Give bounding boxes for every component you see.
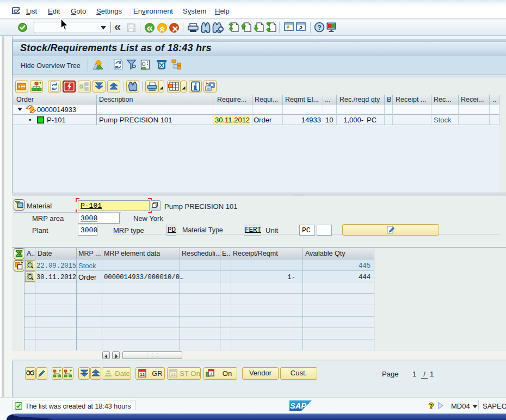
- svg-text:7: 7: [210, 372, 212, 376]
- svg-text:12: 12: [171, 372, 176, 377]
- svg-text:SAP: SAP: [290, 402, 306, 410]
- svg-text:12: 12: [140, 372, 145, 377]
- svg-text:?: ?: [317, 24, 321, 32]
